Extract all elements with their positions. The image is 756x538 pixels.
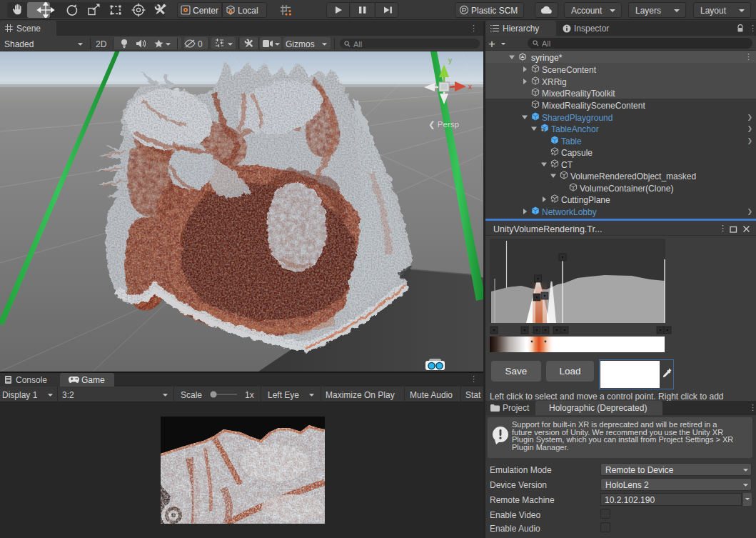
svg-text:x: x [468, 83, 472, 91]
svg-text:❮ Persp: ❮ Persp [428, 120, 459, 129]
svg-text:y: y [448, 56, 452, 64]
